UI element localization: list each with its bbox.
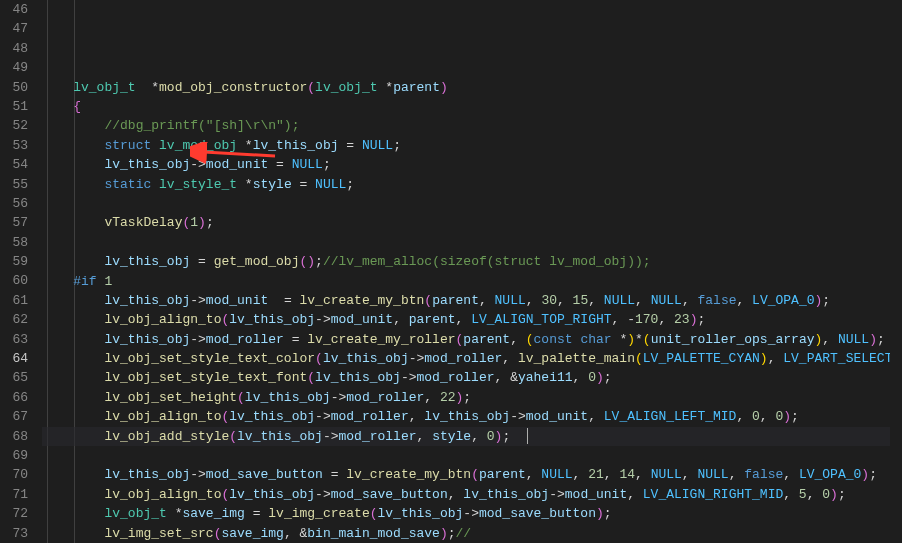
token-op: * — [378, 80, 394, 95]
code-line[interactable]: { — [42, 97, 902, 116]
code-line[interactable]: lv_obj_set_style_text_color(lv_this_obj-… — [42, 349, 902, 368]
token-punc: , — [479, 293, 495, 308]
code-line[interactable]: lv_obj_set_style_text_font(lv_this_obj->… — [42, 368, 902, 387]
token-punc: , — [658, 312, 674, 327]
token-fn: lv_img_set_src — [104, 526, 213, 541]
token-var: lv_this_obj — [463, 487, 549, 502]
line-number: 57 — [8, 213, 28, 232]
code-line[interactable]: lv_this_obj->mod_unit = lv_create_my_btn… — [42, 291, 902, 310]
code-line[interactable]: //dbg_printf("[sh]\r\n"); — [42, 116, 902, 135]
token-const: LV_OPA_0 — [799, 467, 861, 482]
code-line[interactable] — [42, 446, 902, 465]
code-line[interactable]: lv_obj_set_height(lv_this_obj->mod_rolle… — [42, 388, 902, 407]
code-line[interactable]: lv_img_set_src(save_img, &bin_main_mod_s… — [42, 524, 902, 543]
line-number: 68 — [8, 427, 28, 446]
token-fn: lv_obj_set_height — [104, 390, 237, 405]
token-fn: vTaskDelay — [104, 215, 182, 230]
token-punc: ; — [206, 215, 214, 230]
code-line[interactable]: lv_this_obj = get_mod_obj();//lv_mem_all… — [42, 252, 902, 271]
token-punc: , — [409, 409, 425, 424]
token-punc: , — [393, 312, 409, 327]
token-op — [151, 177, 159, 192]
token-const: NULL — [495, 293, 526, 308]
token-op: -> — [463, 506, 479, 521]
token-punc: , — [612, 312, 628, 327]
token-punc: , — [737, 293, 753, 308]
token-var: unit_roller_ops_array — [651, 332, 815, 347]
code-line[interactable]: lv_this_obj->mod_unit = NULL; — [42, 155, 902, 174]
line-number: 47 — [8, 19, 28, 38]
token-punc: ; — [502, 429, 510, 444]
token-punc: ; — [697, 312, 705, 327]
token-brace: ( — [471, 467, 479, 482]
token-brace: ( — [424, 293, 432, 308]
token-punc: , — [627, 487, 643, 502]
token-var: lv_this_obj — [104, 254, 190, 269]
code-line[interactable]: static lv_style_t *style = NULL; — [42, 175, 902, 194]
line-number-gutter: 4647484950515253545556575859606162636465… — [0, 0, 42, 543]
token-var: mod_roller — [339, 429, 417, 444]
code-line[interactable]: lv_obj_align_to(lv_this_obj->mod_roller,… — [42, 407, 902, 426]
token-punc: , — [760, 409, 776, 424]
token-var: mod_save_button — [479, 506, 596, 521]
code-line[interactable] — [42, 233, 902, 252]
token-punc: , — [284, 526, 300, 541]
code-line[interactable]: #if 1 — [42, 272, 902, 291]
token-brace: ( — [229, 429, 237, 444]
code-line[interactable]: lv_this_obj->mod_roller = lv_create_my_r… — [42, 330, 902, 349]
code-line[interactable]: struct lv_mod_obj *lv_this_obj = NULL; — [42, 136, 902, 155]
token-op: -> — [549, 487, 565, 502]
token-var: mod_unit — [526, 409, 588, 424]
line-number: 63 — [8, 330, 28, 349]
token-fn: mod_obj_constructor — [159, 80, 307, 95]
token-const: NULL — [362, 138, 393, 153]
token-var: yahei11 — [518, 370, 573, 385]
token-fn: lv_create_my_btn — [346, 467, 471, 482]
token-op — [151, 138, 159, 153]
token-brace: { — [73, 99, 81, 114]
token-punc: ; — [822, 293, 830, 308]
code-line[interactable]: lv_obj_t *save_img = lv_img_create(lv_th… — [42, 504, 902, 523]
token-com: //dbg_printf("[sh]\r\n"); — [104, 118, 299, 133]
token-const: NULL — [604, 293, 635, 308]
token-punc: , — [635, 467, 651, 482]
token-brace: ) — [869, 332, 877, 347]
token-kw: struct — [104, 138, 151, 153]
token-brace2: ( — [635, 351, 643, 366]
line-number: 59 — [8, 252, 28, 271]
token-const: NULL — [541, 467, 572, 482]
token-var: mod_unit — [206, 293, 268, 308]
code-line[interactable]: lv_obj_align_to(lv_this_obj->mod_unit, p… — [42, 310, 902, 329]
token-num: 5 — [799, 487, 807, 502]
token-var: mod_unit — [206, 157, 268, 172]
token-punc: , — [557, 293, 573, 308]
vertical-scrollbar[interactable] — [890, 0, 902, 543]
token-brace: ) — [783, 409, 791, 424]
token-punc: ; — [838, 487, 846, 502]
token-const: LV_PALETTE_CYAN — [643, 351, 760, 366]
token-punc: , — [448, 487, 464, 502]
token-num: 0 — [752, 409, 760, 424]
code-line[interactable]: vTaskDelay(1); — [42, 213, 902, 232]
token-punc: , — [635, 293, 651, 308]
token-brace: ( — [307, 80, 315, 95]
token-op: -> — [190, 467, 206, 482]
code-line[interactable]: lv_obj_add_style(lv_this_obj->mod_roller… — [42, 427, 902, 446]
token-op: = — [339, 138, 362, 153]
code-line[interactable]: lv_obj_align_to(lv_this_obj->mod_save_bu… — [42, 485, 902, 504]
code-line[interactable]: lv_obj_t *mod_obj_constructor(lv_obj_t *… — [42, 78, 902, 97]
token-op: -> — [323, 429, 339, 444]
token-op: -> — [510, 409, 526, 424]
line-number: 54 — [8, 155, 28, 174]
code-line[interactable]: lv_this_obj->mod_save_button = lv_create… — [42, 465, 902, 484]
token-op: * — [167, 506, 183, 521]
code-line[interactable] — [42, 194, 902, 213]
token-type: lv_obj_t — [104, 506, 166, 521]
text-cursor — [527, 428, 528, 444]
token-const: NULL — [315, 177, 346, 192]
token-brace2: ( — [526, 332, 534, 347]
token-num: 30 — [541, 293, 557, 308]
line-number: 46 — [8, 0, 28, 19]
code-editor[interactable]: 4647484950515253545556575859606162636465… — [0, 0, 902, 543]
code-area[interactable]: lv_obj_t *mod_obj_constructor(lv_obj_t *… — [42, 0, 902, 543]
